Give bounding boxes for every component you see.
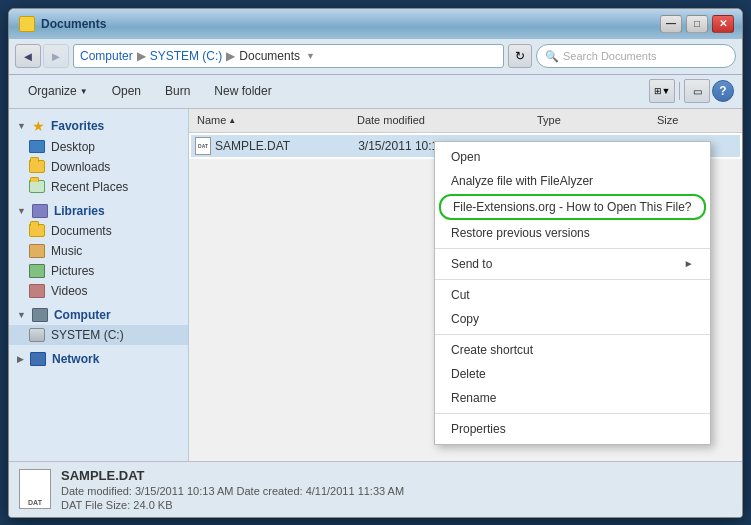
downloads-folder-icon xyxy=(29,160,45,173)
explorer-window: Documents — □ ✕ ◄ ► Computer ▶ SYSTEM (C… xyxy=(8,8,743,518)
ctx-send-to-arrow: ► xyxy=(684,258,694,269)
sidebar-item-libraries-header[interactable]: ▼ Libraries xyxy=(9,201,188,221)
computer-section: ▼ Computer SYSTEM (C:) xyxy=(9,305,188,345)
ctx-rename[interactable]: Rename xyxy=(435,386,710,410)
view-buttons: ⊞▼ ▭ xyxy=(649,79,710,103)
breadcrumb-arrow-2: ▶ xyxy=(226,49,235,63)
search-icon: 🔍 xyxy=(545,50,559,63)
ctx-sep-2 xyxy=(435,279,710,280)
network-icon xyxy=(30,352,46,366)
status-info: SAMPLE.DAT Date modified: 3/15/2011 10:1… xyxy=(61,468,404,511)
breadcrumb-system[interactable]: SYSTEM (C:) xyxy=(150,49,223,63)
network-section: ▶ Network xyxy=(9,349,188,369)
ctx-sep-3 xyxy=(435,334,710,335)
ctx-analyze[interactable]: Analyze file with FileAlyzer xyxy=(435,169,710,193)
minimize-button[interactable]: — xyxy=(660,15,682,33)
computer-icon xyxy=(32,308,48,322)
column-headers: Name ▲ Date modified Type Size xyxy=(189,109,742,133)
sidebar: ▼ ★ Favorites Desktop Downloads Recent P… xyxy=(9,109,189,461)
back-button[interactable]: ◄ xyxy=(15,44,41,68)
ctx-properties[interactable]: Properties xyxy=(435,417,710,441)
computer-label: Computer xyxy=(54,308,111,322)
col-header-name[interactable]: Name ▲ xyxy=(193,114,353,126)
recent-places-icon xyxy=(29,180,45,193)
main-content: ▼ ★ Favorites Desktop Downloads Recent P… xyxy=(9,109,742,461)
sidebar-item-system-c[interactable]: SYSTEM (C:) xyxy=(9,325,188,345)
col-header-type[interactable]: Type xyxy=(533,114,653,126)
sidebar-item-favorites-header[interactable]: ▼ ★ Favorites xyxy=(9,115,188,137)
title-bar-left: Documents xyxy=(19,16,106,32)
window-controls: — □ ✕ xyxy=(660,15,734,33)
ctx-restore[interactable]: Restore previous versions xyxy=(435,221,710,245)
favorites-section: ▼ ★ Favorites Desktop Downloads Recent P… xyxy=(9,115,188,197)
documents-folder-icon xyxy=(29,224,45,237)
sidebar-desktop-label: Desktop xyxy=(51,140,95,154)
col-header-date[interactable]: Date modified xyxy=(353,114,533,126)
libraries-icon xyxy=(32,204,48,218)
search-placeholder: Search Documents xyxy=(563,50,657,62)
address-path[interactable]: Computer ▶ SYSTEM (C:) ▶ Documents ▼ xyxy=(73,44,504,68)
pictures-icon xyxy=(29,264,45,278)
sidebar-item-pictures[interactable]: Pictures xyxy=(9,261,188,281)
status-file-icon: DAT xyxy=(19,469,51,509)
favorites-label: Favorites xyxy=(51,119,104,133)
file-name: SAMPLE.DAT xyxy=(215,139,358,153)
status-bar: DAT SAMPLE.DAT Date modified: 3/15/2011 … xyxy=(9,461,742,517)
breadcrumb-computer[interactable]: Computer xyxy=(80,49,133,63)
sidebar-item-videos[interactable]: Videos xyxy=(9,281,188,301)
ctx-delete[interactable]: Delete xyxy=(435,362,710,386)
ctx-sep-4 xyxy=(435,413,710,414)
sidebar-item-recent-places[interactable]: Recent Places xyxy=(9,177,188,197)
ctx-send-to[interactable]: Send to ► xyxy=(435,252,710,276)
sidebar-item-music[interactable]: Music xyxy=(9,241,188,261)
window-title: Documents xyxy=(41,17,106,31)
maximize-button[interactable]: □ xyxy=(686,15,708,33)
dat-file-icon: DAT xyxy=(195,137,211,155)
sidebar-documents-label: Documents xyxy=(51,224,112,238)
refresh-button[interactable]: ↻ xyxy=(508,44,532,68)
ctx-copy[interactable]: Copy xyxy=(435,307,710,331)
favorites-star-icon: ★ xyxy=(32,118,45,134)
sidebar-videos-label: Videos xyxy=(51,284,87,298)
status-filename: SAMPLE.DAT xyxy=(61,468,404,483)
nav-buttons: ◄ ► xyxy=(15,44,69,68)
view-toggle-btn[interactable]: ⊞▼ xyxy=(649,79,675,103)
sidebar-item-documents[interactable]: Documents xyxy=(9,221,188,241)
folder-title-icon xyxy=(19,16,35,32)
drive-icon xyxy=(29,328,45,342)
breadcrumb: Computer ▶ SYSTEM (C:) ▶ Documents ▼ xyxy=(80,49,315,63)
sidebar-recent-places-label: Recent Places xyxy=(51,180,128,194)
network-label: Network xyxy=(52,352,99,366)
sidebar-item-network[interactable]: ▶ Network xyxy=(9,349,188,369)
help-button[interactable]: ? xyxy=(712,80,734,102)
ctx-sep-1 xyxy=(435,248,710,249)
breadcrumb-arrow-1: ▶ xyxy=(137,49,146,63)
address-bar: ◄ ► Computer ▶ SYSTEM (C:) ▶ Documents ▼… xyxy=(9,39,742,75)
col-header-size[interactable]: Size xyxy=(653,114,733,126)
ctx-file-extensions[interactable]: File-Extensions.org - How to Open This F… xyxy=(439,194,706,220)
breadcrumb-documents[interactable]: Documents xyxy=(239,49,300,63)
details-pane-btn[interactable]: ▭ xyxy=(684,79,710,103)
breadcrumb-dropdown[interactable]: ▼ xyxy=(306,51,315,61)
sidebar-pictures-label: Pictures xyxy=(51,264,94,278)
context-menu: Open Analyze file with FileAlyzer File-E… xyxy=(434,141,711,445)
ctx-cut[interactable]: Cut xyxy=(435,283,710,307)
toolbar: Organize ▼ Open Burn New folder ⊞▼ ▭ ? xyxy=(9,75,742,109)
sidebar-music-label: Music xyxy=(51,244,82,258)
libraries-section: ▼ Libraries Documents Music Pictures xyxy=(9,201,188,301)
desktop-icon xyxy=(29,140,45,153)
sidebar-item-downloads[interactable]: Downloads xyxy=(9,157,188,177)
open-button[interactable]: Open xyxy=(101,78,152,104)
sidebar-item-computer-header[interactable]: ▼ Computer xyxy=(9,305,188,325)
burn-button[interactable]: Burn xyxy=(154,78,201,104)
organize-button[interactable]: Organize ▼ xyxy=(17,78,99,104)
music-icon xyxy=(29,244,45,258)
ctx-open[interactable]: Open xyxy=(435,145,710,169)
sidebar-item-desktop[interactable]: Desktop xyxy=(9,137,188,157)
new-folder-button[interactable]: New folder xyxy=(203,78,282,104)
ctx-create-shortcut[interactable]: Create shortcut xyxy=(435,338,710,362)
close-button[interactable]: ✕ xyxy=(712,15,734,33)
search-box[interactable]: 🔍 Search Documents xyxy=(536,44,736,68)
forward-button[interactable]: ► xyxy=(43,44,69,68)
videos-icon xyxy=(29,284,45,298)
